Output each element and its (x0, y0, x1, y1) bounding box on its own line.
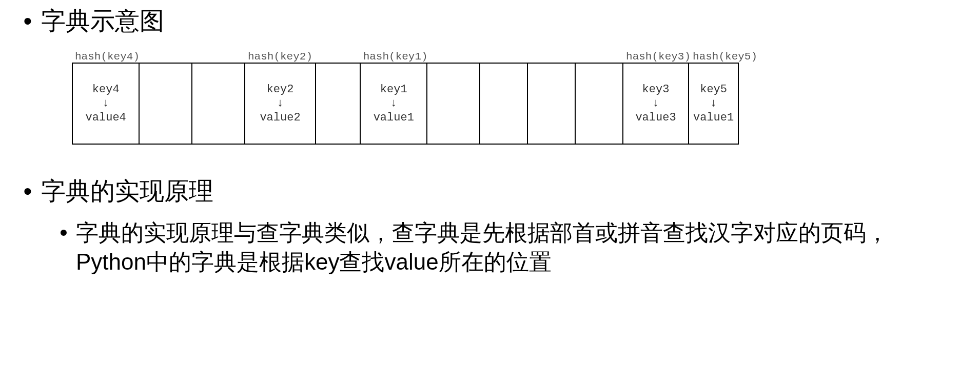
hash-cell: key2 ↓ value2 (245, 64, 316, 144)
sub-bullet-text: 字典的实现原理与查字典类似，查字典是先根据部首或拼音查找汉字对应的页码，Pyth… (76, 218, 949, 276)
hash-label: hash(key4) (72, 47, 140, 63)
cell-key: key1 (380, 83, 407, 96)
hash-label: hash(key5) (690, 47, 739, 63)
bullet-icon: • (57, 218, 70, 247)
hash-label: hash(key1) (360, 47, 428, 63)
arrow-down-icon: ↓ (652, 98, 659, 109)
hash-label: hash(key3) (623, 47, 690, 63)
hash-label (192, 47, 244, 63)
sub-bullet-principle: • 字典的实现原理与查字典类似，查字典是先根据部首或拼音查找汉字对应的页码，Py… (57, 218, 949, 276)
cell-value: value3 (635, 111, 676, 124)
hash-label (480, 47, 528, 63)
hash-label: hash(key2) (245, 47, 316, 63)
hash-label (428, 47, 480, 63)
bullet-icon: • (21, 175, 35, 207)
hash-cell (576, 64, 623, 144)
cell-value: value2 (260, 111, 300, 124)
hash-cell: key5 ↓ value1 (689, 64, 738, 144)
hash-cells-row: key4 ↓ value4 key2 ↓ value2 key1 ↓ value… (72, 63, 739, 145)
cell-key: key2 (267, 83, 294, 96)
hash-label (528, 47, 576, 63)
arrow-down-icon: ↓ (103, 98, 109, 109)
hash-cell (140, 64, 192, 144)
cell-key: key3 (642, 83, 670, 96)
hash-cell (528, 64, 576, 144)
hash-table-diagram: hash(key4) hash(key2) hash(key1) hash(ke… (72, 47, 739, 145)
cell-value: value1 (693, 111, 734, 124)
hash-cell (427, 64, 480, 144)
arrow-down-icon: ↓ (710, 98, 717, 109)
cell-key: key5 (700, 83, 727, 96)
cell-key: key4 (92, 83, 120, 96)
hash-label (316, 47, 360, 63)
hash-cell: key1 ↓ value1 (361, 64, 427, 144)
cell-value: value1 (374, 111, 414, 124)
hash-label (575, 47, 623, 63)
heading-dict-diagram: • 字典示意图 (21, 5, 959, 37)
heading-text: 字典的实现原理 (41, 175, 213, 207)
heading-dict-principle: • 字典的实现原理 (21, 175, 959, 207)
hash-labels-row: hash(key4) hash(key2) hash(key1) hash(ke… (72, 47, 739, 63)
hash-cell: key4 ↓ value4 (73, 64, 140, 144)
hash-cell (480, 64, 528, 144)
bullet-icon: • (21, 5, 35, 37)
arrow-down-icon: ↓ (277, 98, 283, 109)
hash-label (140, 47, 192, 63)
hash-cell: key3 ↓ value3 (623, 64, 689, 144)
hash-cell (192, 64, 245, 144)
arrow-down-icon: ↓ (390, 98, 397, 109)
cell-value: value4 (86, 111, 126, 124)
hash-cell (316, 64, 361, 144)
heading-text: 字典示意图 (41, 5, 164, 37)
